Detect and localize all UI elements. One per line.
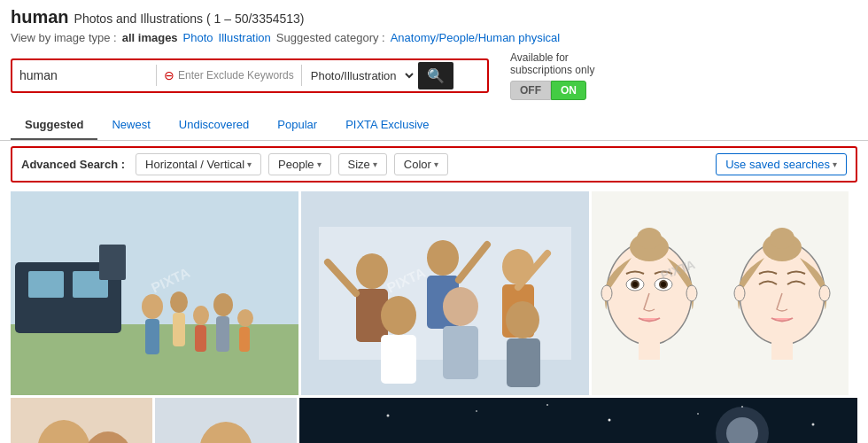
svg-point-28 <box>381 296 416 335</box>
search-icon: 🔍 <box>427 68 445 83</box>
tab-newest[interactable]: Newest <box>97 111 164 140</box>
advanced-search-row: Advanced Search : Horizontal / Vertical … <box>11 146 857 183</box>
tabs-row: Suggested Newest Undiscovered Popular PI… <box>0 111 868 141</box>
result-count: Photos and Illustrations ( 1 – 50/335451… <box>74 12 305 26</box>
image-row-1: PIXTA <box>11 191 857 395</box>
view-illustration-link[interactable]: Illustration <box>219 31 271 44</box>
svg-point-12 <box>213 293 233 316</box>
svg-point-69 <box>476 410 477 412</box>
search-button[interactable]: 🔍 <box>418 62 453 89</box>
tab-popular[interactable]: Popular <box>263 111 331 140</box>
svg-rect-11 <box>195 325 206 352</box>
svg-point-22 <box>427 240 459 276</box>
image-face-illustration[interactable]: PIXTA <box>592 191 849 395</box>
chevron-down-icon: ▾ <box>247 159 252 169</box>
toggle-on-button[interactable]: ON <box>551 81 586 100</box>
image-person-reading[interactable]: PIXTA <box>155 398 297 443</box>
svg-point-50 <box>770 228 794 249</box>
chevron-down-icon: ▾ <box>833 159 837 169</box>
chevron-down-icon: ▾ <box>317 159 322 169</box>
image-group-happy[interactable]: PIXTA <box>301 191 589 395</box>
svg-point-70 <box>608 418 611 421</box>
svg-rect-13 <box>216 316 229 352</box>
svg-point-47 <box>686 285 697 301</box>
type-select[interactable]: Photo/Illustration <box>302 65 416 87</box>
color-filter-button[interactable]: Color ▾ <box>394 153 448 175</box>
svg-point-73 <box>697 413 699 415</box>
color-label: Color <box>404 158 431 171</box>
svg-rect-51 <box>771 338 793 360</box>
tab-suggested[interactable]: Suggested <box>11 111 97 140</box>
chevron-down-icon: ▾ <box>373 159 377 169</box>
svg-rect-7 <box>145 319 159 354</box>
image-row-2: PIXTA PIXTA <box>11 398 857 443</box>
toggle-off-button[interactable]: OFF <box>510 81 551 100</box>
people-label: People <box>278 158 314 171</box>
svg-rect-29 <box>381 335 416 384</box>
svg-point-32 <box>506 301 539 338</box>
view-all-link[interactable]: all images <box>122 31 178 44</box>
search-keyword: human <box>11 7 69 27</box>
size-filter-button[interactable]: Size ▾ <box>338 153 387 175</box>
svg-point-6 <box>142 294 163 319</box>
svg-rect-5 <box>99 245 126 280</box>
svg-rect-9 <box>173 313 185 346</box>
orientation-label: Horizontal / Vertical <box>145 158 244 171</box>
svg-point-45 <box>661 282 666 287</box>
svg-point-72 <box>812 423 815 425</box>
header-area: human Photos and Illustrations ( 1 – 50/… <box>0 0 868 111</box>
tab-pixta-exclusive[interactable]: PIXTA Exclusive <box>331 111 443 140</box>
minus-circle-icon: ⊖ <box>164 68 174 82</box>
svg-point-74 <box>546 404 548 406</box>
view-photo-link[interactable]: Photo <box>183 31 213 44</box>
svg-rect-67 <box>299 398 857 443</box>
svg-point-14 <box>237 309 253 327</box>
advanced-search-label: Advanced Search : <box>21 158 125 171</box>
svg-point-38 <box>637 228 662 249</box>
view-by-row: View by image type : all images Photo Il… <box>11 31 857 44</box>
image-grid: PIXTA <box>0 191 868 443</box>
orientation-filter-button[interactable]: Horizontal / Vertical ▾ <box>136 153 261 175</box>
svg-point-46 <box>601 285 612 301</box>
svg-point-19 <box>356 253 388 289</box>
svg-rect-33 <box>507 338 540 387</box>
exclude-keywords-button[interactable]: ⊖ Enter Exclude Keywords <box>156 65 302 86</box>
svg-point-42 <box>632 282 638 287</box>
suggested-category-link[interactable]: Anatomy/People/Human physical <box>391 31 561 44</box>
svg-point-30 <box>443 287 478 326</box>
svg-rect-3 <box>28 271 64 298</box>
svg-rect-39 <box>639 338 660 360</box>
search-bar: ⊖ Enter Exclude Keywords Photo/Illustrat… <box>11 58 489 93</box>
svg-rect-15 <box>239 327 250 352</box>
top-controls-row: ⊖ Enter Exclude Keywords Photo/Illustrat… <box>11 51 857 100</box>
svg-point-68 <box>387 414 390 416</box>
svg-point-52 <box>734 285 745 301</box>
page-container: human Photos and Illustrations ( 1 – 50/… <box>0 0 868 443</box>
use-saved-searches-button[interactable]: Use saved searches ▾ <box>716 153 847 175</box>
title-row: human Photos and Illustrations ( 1 – 50/… <box>11 7 857 27</box>
view-by-label: View by image type : <box>11 31 117 44</box>
suggested-category-label: Suggested category : <box>276 31 385 44</box>
image-night-trees[interactable]: PIXTA <box>299 398 857 443</box>
svg-point-53 <box>819 285 830 301</box>
subscription-toggle: OFF ON <box>510 81 586 100</box>
subscription-label: Available for subscriptions only <box>510 51 594 77</box>
search-input[interactable] <box>14 65 156 86</box>
use-saved-label: Use saved searches <box>725 158 830 171</box>
image-couple[interactable]: PIXTA <box>11 398 152 443</box>
size-label: Size <box>348 158 370 171</box>
exclude-label: Enter Exclude Keywords <box>178 69 294 82</box>
people-filter-button[interactable]: People ▾ <box>268 153 330 175</box>
svg-point-10 <box>193 306 209 325</box>
chevron-down-icon: ▾ <box>434 159 438 169</box>
image-family-car[interactable]: PIXTA <box>11 191 298 395</box>
svg-rect-31 <box>443 326 478 379</box>
subscription-toggle-area: Available for subscriptions only OFF ON <box>510 51 594 100</box>
svg-point-8 <box>170 291 188 313</box>
tab-undiscovered[interactable]: Undiscovered <box>165 111 264 140</box>
